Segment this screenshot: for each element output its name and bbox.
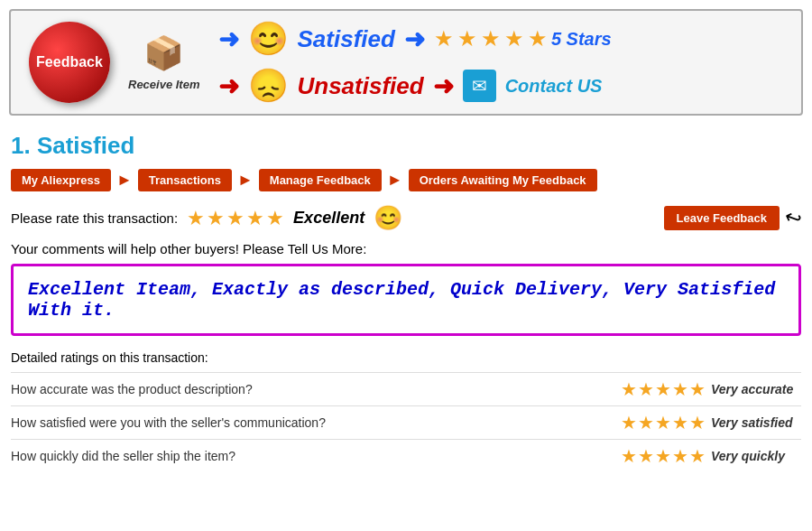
detail-question-2: How satisfied were you with the seller's… — [11, 415, 621, 430]
breadcrumb-arrow-3: ► — [387, 171, 403, 190]
detail-stars-2: ★ ★ ★ ★ ★ — [621, 412, 706, 433]
feedback-textbox-text: Excellent Iteam, Exactly as described, Q… — [28, 279, 775, 321]
section-satisfied: 1. Satisfied My Aliexpress ► Transaction… — [0, 125, 812, 480]
detail-row-communication: How satisfied were you with the seller's… — [11, 405, 801, 433]
satisfied-row: ➜ 😊 Satisfied ➜ ★ ★ ★ ★ ★ 5 Stars — [218, 20, 784, 58]
receive-label: Receive Item — [128, 78, 200, 91]
star-3: ★ — [481, 26, 501, 51]
breadcrumb-orders-awaiting[interactable]: Orders Awaiting My Feedback — [409, 169, 597, 191]
arrow-to-contact: ➜ — [433, 71, 454, 101]
feedback-banner: Feedback 📦 Receive Item ➜ 😊 Satisfied ➜ … — [9, 9, 803, 116]
detail-question-1: How accurate was the product description… — [11, 382, 621, 396]
feedback-textbox[interactable]: Excellent Iteam, Exactly as described, Q… — [11, 264, 801, 336]
detail-stars-3: ★ ★ ★ ★ ★ — [621, 445, 706, 467]
leave-feedback-button[interactable]: Leave Feedback — [664, 206, 780, 230]
happy-emoji-rating: 😊 — [374, 204, 402, 232]
package-icon: 📦 — [143, 34, 184, 72]
detail-row-shipping: How quickly did the seller ship the item… — [11, 439, 801, 467]
breadcrumb-my-aliexpress[interactable]: My Aliexpress — [11, 169, 111, 191]
rating-star-4[interactable]: ★ — [246, 207, 264, 230]
star-1: ★ — [434, 26, 454, 51]
rating-row: Please rate this transaction: ★ ★ ★ ★ ★ … — [11, 204, 801, 232]
breadcrumb-arrow-1: ► — [116, 171, 133, 190]
detail-answer-3: Very quickly — [711, 449, 801, 463]
star-5: ★ — [528, 26, 548, 51]
star-2: ★ — [457, 26, 477, 51]
detail-answer-1: Very accurate — [711, 382, 801, 396]
arrow-to-satisfied: ➜ — [218, 24, 239, 54]
rating-star-5[interactable]: ★ — [266, 207, 284, 230]
comments-label: Your comments will help other buyers! Pl… — [11, 241, 801, 256]
feedback-ball-label: Feedback — [36, 54, 103, 70]
sad-emoji: 😞 — [248, 67, 289, 105]
star-4: ★ — [504, 26, 524, 51]
banner-outcomes: ➜ 😊 Satisfied ➜ ★ ★ ★ ★ ★ 5 Stars ➜ 😞 Un… — [218, 20, 784, 105]
detail-answer-2: Very satisfied — [711, 415, 801, 430]
arrow-to-stars: ➜ — [404, 24, 425, 54]
feedback-ball: Feedback — [29, 22, 110, 103]
detailed-label: Detailed ratings on this transaction: — [11, 350, 801, 365]
breadcrumb: My Aliexpress ► Transactions ► Manage Fe… — [11, 169, 801, 191]
breadcrumb-transactions[interactable]: Transactions — [138, 169, 232, 191]
mail-icon: ✉ — [463, 70, 496, 102]
rating-star-2[interactable]: ★ — [207, 207, 225, 230]
curved-arrow-icon: ↩ — [781, 204, 805, 232]
excellent-text: Excellent — [293, 209, 364, 228]
breadcrumb-manage-feedback[interactable]: Manage Feedback — [259, 169, 382, 191]
rating-star-1[interactable]: ★ — [187, 207, 205, 230]
receive-item-section: 📦 Receive Item — [128, 34, 200, 91]
section-title: 1. Satisfied — [11, 132, 801, 160]
unsatisfied-text: Unsatisfied — [298, 72, 424, 100]
detail-stars-1: ★ ★ ★ ★ ★ — [621, 378, 706, 400]
contact-label: Contact US — [505, 76, 603, 97]
satisfied-text: Satisfied — [298, 25, 395, 53]
arrow-to-unsatisfied: ➜ — [218, 71, 239, 101]
rating-star-3[interactable]: ★ — [226, 207, 245, 230]
happy-emoji: 😊 — [248, 20, 289, 58]
five-stars: ★ ★ ★ ★ ★ 5 Stars — [434, 26, 612, 51]
detail-question-3: How quickly did the seller ship the item… — [11, 449, 621, 463]
rating-stars[interactable]: ★ ★ ★ ★ ★ — [187, 207, 284, 230]
unsatisfied-row: ➜ 😞 Unsatisfied ➜ ✉ Contact US — [218, 67, 784, 105]
stars-label: 5 Stars — [551, 29, 612, 50]
breadcrumb-arrow-2: ► — [237, 171, 254, 190]
rate-label: Please rate this transaction: — [11, 210, 178, 226]
detail-row-description: How accurate was the product description… — [11, 372, 801, 400]
